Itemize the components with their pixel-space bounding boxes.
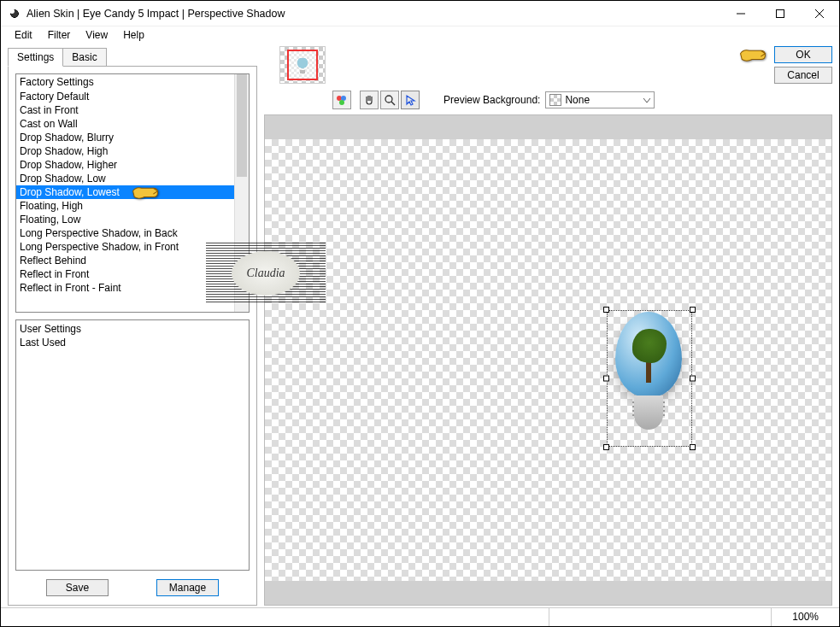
minimize-button[interactable] [721,1,761,26]
svg-point-6 [339,100,344,105]
menu-edit[interactable]: Edit [8,27,39,43]
pointer-annotation-icon [132,184,159,205]
handle-bl[interactable] [603,444,609,450]
manage-button[interactable]: Manage [156,579,219,596]
color-picker-tool-icon[interactable] [332,91,351,109]
factory-settings-list: Factory Settings Factory DefaultCast in … [15,73,250,313]
close-button[interactable] [800,1,839,26]
preview-canvas[interactable] [265,139,831,581]
preview-bg-combo[interactable]: None [545,91,655,108]
factory-item[interactable]: Reflect Behind [16,254,234,267]
status-bar: 100% [1,607,839,626]
window-controls [721,1,839,26]
menu-filter[interactable]: Filter [41,27,78,43]
title-bar: Alien Skin | Eye Candy 5 Impact | Perspe… [1,1,839,26]
ok-button[interactable]: OK [774,46,832,63]
factory-item[interactable]: Reflect in Front [16,267,234,281]
navigator-selection [287,50,318,80]
tab-settings[interactable]: Settings [8,48,63,67]
menu-bar: Edit Filter View Help [1,26,839,44]
scrollbar-thumb[interactable] [237,74,247,177]
hand-tool-icon[interactable] [360,91,379,109]
factory-item[interactable]: Factory Default [16,90,234,103]
chevron-down-icon [643,94,650,106]
factory-item[interactable]: Drop Shadow, Low [16,172,234,185]
lightbulb-image [607,310,692,447]
factory-item[interactable]: Drop Shadow, High [16,144,234,158]
arrow-tool-icon[interactable] [401,91,420,109]
transparency-swatch-icon [549,94,561,106]
factory-item[interactable]: Drop Shadow, Higher [16,158,234,172]
handle-br[interactable] [690,444,696,450]
settings-panel: Settings Basic Factory Settings Factory … [8,48,257,606]
factory-item[interactable]: Drop Shadow, Blurry [16,131,234,144]
factory-item[interactable]: Drop Shadow, Lowest [16,185,234,199]
factory-item[interactable]: Reflect in Front - Faint [16,281,234,295]
factory-item[interactable]: Floating, High [16,199,234,213]
menu-help[interactable]: Help [116,27,151,43]
cancel-button[interactable]: Cancel [774,67,832,84]
tab-basic[interactable]: Basic [62,48,106,67]
svg-line-8 [391,102,395,105]
preview-strip-bottom [265,581,831,605]
preview-area [264,114,832,606]
settings-buttons: Save Manage [15,577,250,598]
tab-bar: Settings Basic [8,48,257,67]
handle-tl[interactable] [603,307,609,313]
factory-header: Factory Settings [16,74,234,90]
navigator-thumbnail[interactable] [279,46,326,84]
preview-panel: OK Cancel [264,48,832,606]
zoom-level: 100% [771,608,839,626]
save-button[interactable]: Save [46,579,109,596]
svg-rect-1 [777,9,784,17]
preview-toolbar: Preview Background: None [332,91,655,109]
handle-ml[interactable] [603,376,609,382]
preview-bg-label: Preview Background: [443,94,540,106]
maximize-button[interactable] [761,1,800,26]
zoom-tool-icon[interactable] [380,91,399,109]
factory-item[interactable]: Long Perspective Shadow, in Front [16,240,234,254]
factory-item[interactable]: Long Perspective Shadow, in Back [16,226,234,240]
selection-box[interactable] [607,310,692,447]
svg-point-7 [385,96,392,103]
factory-list-inner[interactable]: Factory Settings Factory DefaultCast in … [16,74,234,312]
factory-item[interactable]: Floating, Low [16,213,234,226]
navigator-row [279,46,326,84]
preview-strip-top [265,115,831,139]
app-icon [8,7,21,21]
menu-view[interactable]: View [79,27,115,43]
factory-item[interactable]: Cast in Front [16,103,234,117]
user-header: User Settings [20,322,245,336]
window-title: Alien Skin | Eye Candy 5 Impact | Perspe… [26,8,721,20]
handle-mr[interactable] [690,376,696,382]
user-settings-list[interactable]: User Settings Last Used [15,319,250,571]
preview-bg-value: None [565,94,590,106]
pointer-annotation-icon [739,46,767,67]
bulb-mini-icon [297,58,308,72]
factory-item[interactable]: Cast on Wall [16,117,234,131]
handle-tr[interactable] [690,307,696,313]
content-area: Settings Basic Factory Settings Factory … [8,48,832,606]
user-last-used[interactable]: Last Used [20,336,245,349]
status-empty [549,608,771,626]
dialog-buttons: OK Cancel [774,46,832,84]
tab-content: Factory Settings Factory DefaultCast in … [8,66,257,606]
factory-scrollbar[interactable] [234,74,249,312]
